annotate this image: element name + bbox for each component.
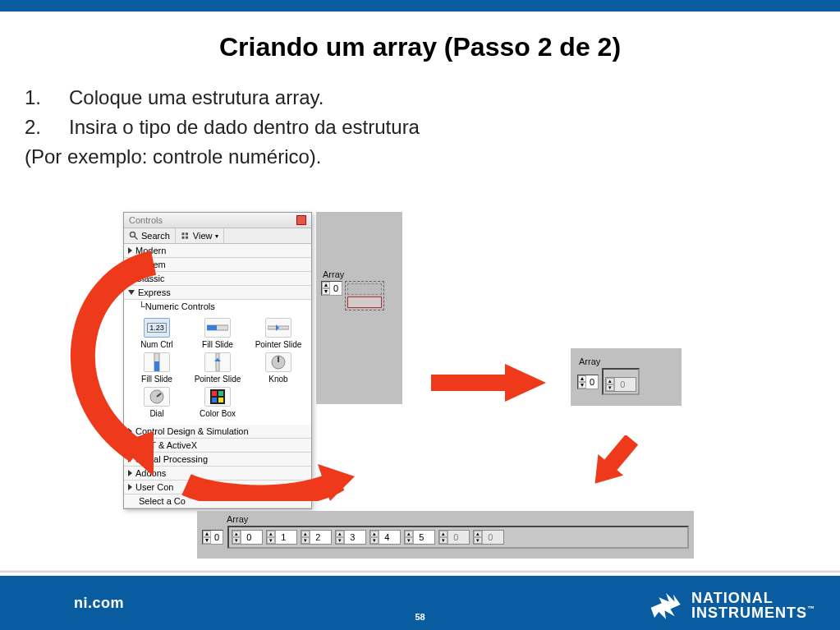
array-label: Array xyxy=(227,514,689,524)
view-label: View xyxy=(193,231,213,241)
front-panel-c: Array ▴▾ 0 ▴▾0 ▴▾1 ▴▾2 ▴▾3 ▴▾4 ▴▾5 ▴▾0 ▴… xyxy=(197,511,694,559)
controls-palette-titlebar[interactable]: Controls xyxy=(124,213,311,228)
top-accent-bar xyxy=(0,0,840,11)
customize-icon xyxy=(181,231,190,241)
array-element-control[interactable]: ▴▾0 xyxy=(232,530,263,545)
spin-down-icon[interactable]: ▾ xyxy=(232,537,241,544)
spin-down-icon[interactable]: ▾ xyxy=(405,537,413,544)
spin-down-icon[interactable]: ▾ xyxy=(336,537,344,544)
svg-rect-2 xyxy=(181,232,184,235)
curved-arrow-icon xyxy=(59,246,355,501)
svg-marker-23 xyxy=(431,364,546,402)
svg-marker-24 xyxy=(585,435,642,488)
svg-rect-5 xyxy=(186,237,188,239)
footer-domain: ni.com xyxy=(74,595,124,612)
array-element-control[interactable]: ▴▾2 xyxy=(301,530,332,545)
array-element-value: 0 xyxy=(241,531,262,544)
array-element-control[interactable]: ▴▾1 xyxy=(266,530,297,545)
controls-palette-title: Controls xyxy=(129,215,163,225)
chevron-down-icon: ▾ xyxy=(215,232,218,240)
example-text: (Por exemplo: controle numérico). xyxy=(25,142,815,172)
array-element-value: 0 xyxy=(482,531,503,544)
spin-down-icon[interactable]: ▾ xyxy=(578,382,586,389)
controls-toolbar: Search View▾ xyxy=(124,228,311,244)
array-element-value: 3 xyxy=(344,531,365,544)
spin-down-icon[interactable]: ▾ xyxy=(370,537,379,544)
spin-up-icon[interactable]: ▴ xyxy=(439,531,448,537)
array-index-value: 0 xyxy=(586,377,598,387)
spin-up-icon[interactable]: ▴ xyxy=(267,531,275,537)
svg-point-0 xyxy=(131,232,135,237)
brand-line2: INSTRUMENTS xyxy=(691,605,807,621)
tm-mark: ™ xyxy=(807,605,815,613)
array-element-control[interactable]: ▴▾3 xyxy=(335,530,366,545)
array-index-control[interactable]: ▴▾ 0 xyxy=(202,530,223,545)
search-label: Search xyxy=(141,231,170,241)
front-panel-b: Array ▴▾ 0 ▴▾ 0 xyxy=(571,348,682,406)
spin-up-icon[interactable]: ▴ xyxy=(405,531,413,537)
array-element-control[interactable]: ▴▾0 xyxy=(438,530,470,545)
close-icon[interactable] xyxy=(296,215,306,225)
spin-up-icon[interactable]: ▴ xyxy=(336,531,344,537)
body-text: 1. Coloque uma estrutura array. 2. Insir… xyxy=(25,83,815,172)
array-element-control[interactable]: ▴▾4 xyxy=(370,530,401,545)
spin-down-icon[interactable]: ▾ xyxy=(606,384,614,391)
array-index-control[interactable]: ▴▾ 0 xyxy=(577,375,599,389)
arrow-right-icon xyxy=(431,364,546,402)
brand-line1: NATIONAL xyxy=(691,590,773,606)
step1-num: 1. xyxy=(25,83,53,113)
spin-down-icon[interactable]: ▾ xyxy=(267,537,275,544)
arrow-down-left-icon xyxy=(585,435,642,488)
step2-num: 2. xyxy=(25,113,53,142)
array-label: Array xyxy=(579,356,675,366)
spin-down-icon[interactable]: ▾ xyxy=(301,537,310,544)
array-element-control[interactable]: ▴▾5 xyxy=(404,530,435,545)
page-number: 58 xyxy=(415,612,425,622)
svg-rect-4 xyxy=(181,237,184,239)
ni-logo: NATIONAL INSTRUMENTS™ xyxy=(649,587,815,623)
spin-up-icon[interactable]: ▴ xyxy=(301,531,310,537)
array-element-value: 1 xyxy=(275,531,296,544)
footer-divider xyxy=(0,570,840,573)
svg-line-1 xyxy=(135,237,138,240)
spin-up-icon[interactable]: ▴ xyxy=(232,531,241,537)
spin-down-icon[interactable]: ▾ xyxy=(203,537,211,544)
svg-rect-3 xyxy=(186,232,188,235)
step2-text: Insira o tipo de dado dentro da estrutur… xyxy=(69,116,420,138)
spin-up-icon[interactable]: ▴ xyxy=(370,531,379,537)
view-button[interactable]: View▾ xyxy=(176,228,224,243)
spin-up-icon[interactable]: ▴ xyxy=(474,531,482,537)
array-element-value: 2 xyxy=(310,531,331,544)
spin-up-icon[interactable]: ▴ xyxy=(606,378,614,384)
array-element-control[interactable]: ▴▾0 xyxy=(473,530,504,545)
array-index-value: 0 xyxy=(211,532,223,542)
array-element-value: 4 xyxy=(379,531,400,544)
spin-down-icon[interactable]: ▾ xyxy=(439,537,448,544)
array-element-value: 0 xyxy=(448,531,469,544)
array-element-control[interactable]: ▴▾ 0 xyxy=(605,377,636,392)
array-element-value: 5 xyxy=(413,531,434,544)
footer: ni.com 58 NATIONAL INSTRUMENTS™ xyxy=(0,576,840,630)
step1-text: Coloque uma estrutura array. xyxy=(69,86,324,108)
spin-down-icon[interactable]: ▾ xyxy=(474,537,482,544)
ni-eagle-icon xyxy=(649,587,685,623)
search-icon xyxy=(129,231,139,241)
search-button[interactable]: Search xyxy=(124,228,176,243)
array-element-value: 0 xyxy=(614,378,636,391)
slide-title: Criando um array (Passo 2 de 2) xyxy=(0,32,840,62)
